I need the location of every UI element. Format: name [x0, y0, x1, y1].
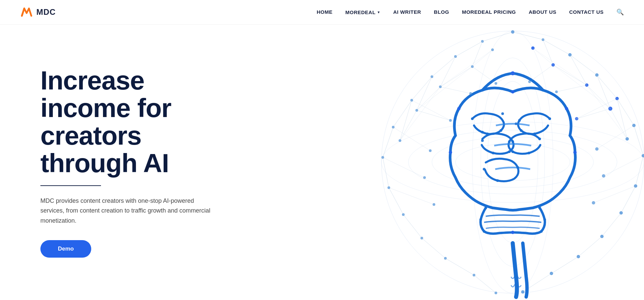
- svg-point-90: [457, 107, 461, 110]
- svg-line-45: [543, 40, 570, 55]
- svg-line-66: [389, 188, 403, 215]
- svg-point-120: [483, 230, 485, 233]
- svg-point-123: [515, 275, 517, 278]
- svg-line-71: [551, 257, 578, 273]
- svg-point-98: [486, 133, 489, 135]
- svg-line-64: [383, 157, 389, 188]
- svg-line-54: [383, 127, 393, 157]
- svg-point-94: [471, 117, 474, 120]
- svg-line-78: [440, 67, 472, 87]
- svg-line-76: [587, 85, 610, 109]
- svg-point-124: [514, 295, 518, 299]
- nav-link-moredeal[interactable]: MOREDEAL ▼: [345, 9, 380, 15]
- svg-point-97: [481, 131, 484, 134]
- svg-line-67: [602, 213, 621, 236]
- nav-menu: HOME MOREDEAL ▼ AI WRITER BLOG MOREDEAL …: [317, 8, 624, 16]
- svg-line-88: [440, 50, 493, 87]
- svg-line-55: [543, 40, 553, 65]
- nav-link-about-us[interactable]: ABOUT US: [529, 9, 556, 15]
- svg-line-43: [513, 32, 543, 40]
- nav-item-moredeal[interactable]: MOREDEAL ▼: [345, 9, 380, 15]
- svg-line-83: [417, 67, 472, 110]
- svg-line-144: [417, 110, 450, 120]
- svg-point-93: [573, 151, 577, 154]
- svg-point-122: [511, 231, 514, 234]
- brand-name: MDC: [36, 7, 56, 17]
- search-icon[interactable]: 🔍: [616, 9, 624, 15]
- svg-line-87: [533, 48, 587, 85]
- svg-line-68: [403, 215, 422, 238]
- nav-item-contact-us[interactable]: CONTACT US: [569, 9, 604, 15]
- hero-section: Increase income for creators through AI …: [0, 0, 644, 300]
- nav-link-home[interactable]: HOME: [317, 9, 333, 15]
- svg-line-69: [578, 236, 602, 257]
- svg-point-92: [449, 151, 452, 154]
- hero-image: [361, 25, 644, 300]
- hero-content: Increase income for creators through AI …: [0, 40, 229, 285]
- svg-line-75: [553, 65, 587, 85]
- hero-description: MDC provides content creators with one-s…: [40, 196, 215, 226]
- svg-point-118: [479, 218, 482, 221]
- svg-point-113: [528, 152, 530, 154]
- brain-illustration: [368, 25, 644, 300]
- svg-line-141: [556, 85, 587, 92]
- svg-line-82: [587, 85, 627, 139]
- svg-line-70: [422, 238, 445, 258]
- svg-line-47: [570, 55, 597, 75]
- logo-icon: [20, 6, 33, 18]
- nav-item-about-us[interactable]: ABOUT US: [529, 9, 556, 15]
- svg-point-91: [565, 107, 568, 110]
- svg-line-46: [455, 41, 482, 57]
- demo-button[interactable]: Demo: [40, 240, 91, 258]
- svg-line-142: [440, 87, 471, 93]
- svg-point-112: [511, 150, 514, 153]
- svg-point-103: [483, 168, 485, 171]
- navbar: MDC HOME MOREDEAL ▼ AI WRITER BLOG MORED…: [0, 0, 644, 25]
- svg-point-101: [508, 150, 511, 153]
- svg-line-149: [604, 156, 643, 176]
- svg-point-107: [518, 119, 521, 122]
- svg-point-108: [520, 129, 522, 132]
- nav-item-moredeal-pricing[interactable]: MOREDEAL PRICING: [462, 9, 516, 15]
- nav-item-ai-writer[interactable]: AI WRITER: [393, 9, 421, 15]
- svg-line-80: [400, 110, 417, 141]
- svg-line-48: [432, 57, 455, 77]
- nav-link-moredeal-pricing[interactable]: MOREDEAL PRICING: [462, 9, 516, 15]
- chevron-down-icon: ▼: [377, 10, 380, 14]
- svg-point-106: [548, 117, 551, 120]
- svg-point-99: [481, 139, 484, 142]
- nav-link-blog[interactable]: BLOG: [434, 9, 449, 15]
- svg-point-102: [492, 152, 495, 154]
- svg-line-51: [617, 99, 634, 125]
- svg-point-121: [540, 230, 543, 233]
- svg-line-62: [400, 100, 412, 141]
- svg-line-152: [389, 188, 434, 204]
- svg-line-61: [417, 77, 432, 110]
- svg-point-115: [511, 90, 514, 93]
- svg-point-116: [484, 207, 487, 209]
- hero-divider: [40, 185, 101, 186]
- svg-line-147: [597, 125, 634, 149]
- svg-line-63: [636, 156, 643, 186]
- svg-line-148: [393, 127, 430, 151]
- svg-point-110: [538, 138, 541, 140]
- logo[interactable]: MDC: [20, 6, 56, 18]
- nav-item-home[interactable]: HOME: [317, 9, 333, 15]
- svg-point-104: [516, 166, 519, 169]
- svg-point-111: [508, 140, 511, 143]
- nav-link-ai-writer[interactable]: AI WRITER: [393, 9, 421, 15]
- svg-point-105: [496, 179, 499, 182]
- nav-search[interactable]: 🔍: [616, 8, 624, 16]
- nav-item-blog[interactable]: BLOG: [434, 9, 449, 15]
- svg-point-100: [511, 140, 514, 143]
- svg-line-53: [634, 125, 643, 156]
- svg-line-52: [393, 100, 412, 127]
- svg-line-85: [533, 48, 553, 65]
- svg-line-77: [610, 109, 627, 139]
- svg-line-59: [472, 41, 482, 67]
- nav-link-contact-us[interactable]: CONTACT US: [569, 9, 604, 15]
- svg-line-137: [530, 65, 553, 82]
- svg-line-72: [445, 258, 474, 275]
- svg-point-119: [543, 218, 546, 221]
- svg-line-150: [383, 157, 425, 178]
